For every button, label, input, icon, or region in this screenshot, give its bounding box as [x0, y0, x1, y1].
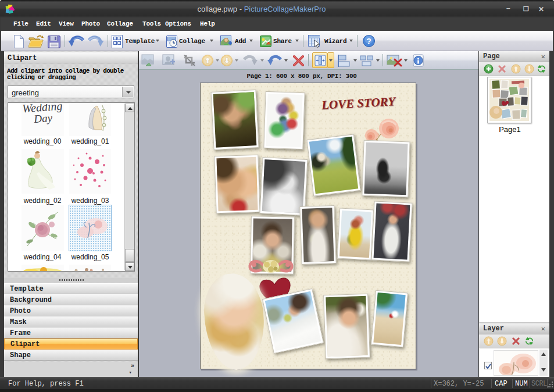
svg-text:?: ? [366, 37, 371, 46]
